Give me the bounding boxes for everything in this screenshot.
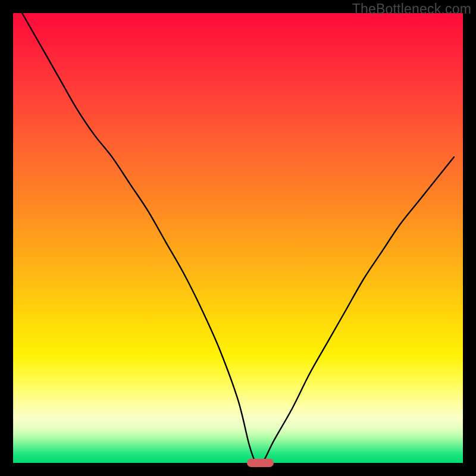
plot-area [13, 13, 463, 463]
bottleneck-curve [13, 13, 463, 463]
watermark-text: TheBottleneck.com [352, 1, 471, 17]
chart-frame: TheBottleneck.com [0, 0, 476, 476]
optimal-marker [247, 459, 274, 467]
